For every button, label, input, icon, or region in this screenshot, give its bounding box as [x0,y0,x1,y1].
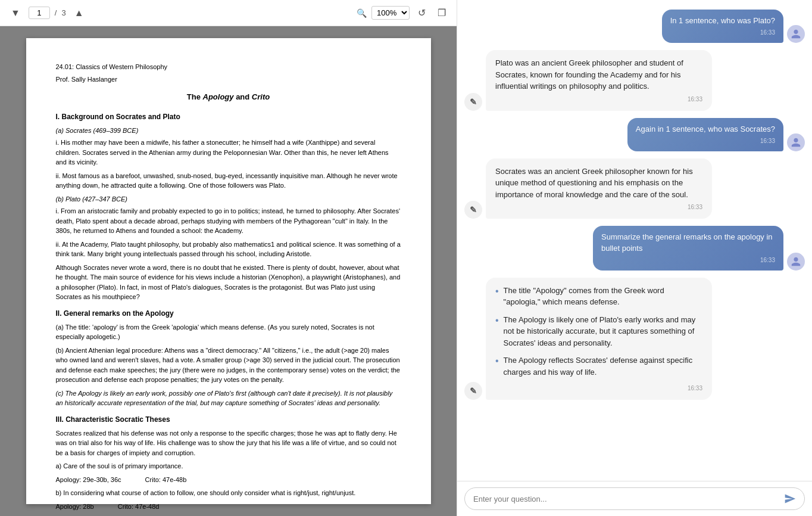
message-3-text: Again in 1 sentence, who was Socrates? [636,125,775,133]
section2: II. General remarks on the Apology (a) T… [56,308,401,408]
page-separator: / [55,8,57,17]
section3b-ref2: Crito: 47e-48d [118,502,160,512]
send-button[interactable] [779,493,796,505]
total-pages: 3 [61,8,65,17]
section1a-ii: ii. Most famous as a barefoot, unwashed,… [56,171,401,191]
chat-panel: In 1 sentence, who was Plato? 16:33 ✎ Pl… [457,0,812,516]
message-2-bubble: Plato was an ancient Greek philosopher a… [486,50,712,111]
next-page-button[interactable]: ▲ [71,7,88,20]
message-4-ai: ✎ Socrates was an ancient Greek philosop… [464,158,805,219]
section3a-ref1: Apology: 29e-30b, 36c [56,475,121,485]
message-5-user: Summarize the general remarks on the apo… [464,226,805,270]
section1-heading: I. Background on Socrates and Plato [56,111,401,122]
message-6-bubble: The title "Apology" comes from the Greek… [486,278,712,400]
pdf-content-area[interactable]: 24.01: Classics of Western Philosophy Pr… [0,26,457,516]
message-1-bubble: In 1 sentence, who was Plato? 16:33 [662,10,783,43]
user-avatar-3 [787,133,805,151]
section2b-text: (b) Ancient Athenian legal procedure: At… [56,346,401,385]
section1a-heading: (a) Socrates (469–399 BCE) [56,126,401,136]
user-icon-3 [791,137,801,148]
zoom-select[interactable]: 100% 75% 125% 150% [371,6,410,20]
ai-logo-2: ✎ [464,93,482,111]
pdf-page: 24.01: Classics of Western Philosophy Pr… [26,38,431,504]
section3a-text: a) Care of the soul is of primary import… [56,461,401,471]
message-3-bubble: Again in 1 sentence, who was Socrates? 1… [627,118,783,151]
message-6-ai: ✎ The title "Apology" comes from the Gre… [464,278,805,400]
bullet-list: The title "Apology" comes from the Greek… [495,285,702,378]
message-2-ai: ✎ Plato was an ancient Greek philosopher… [464,50,805,111]
send-icon [784,493,796,505]
section3b-ref1: Apology: 28b [56,502,94,512]
chat-messages-area[interactable]: In 1 sentence, who was Plato? 16:33 ✎ Pl… [457,0,812,481]
user-icon-1 [791,29,801,39]
section3: III. Characteristic Socratic Theses Socr… [56,414,401,512]
message-5-bubble: Summarize the general remarks on the apo… [593,226,783,270]
refresh-button[interactable]: ↺ [414,6,429,20]
section1b-ii: ii. At the Academy, Plato taught philoso… [56,240,401,259]
chat-input-container [464,487,805,510]
section3b-text: b) In considering what course of action … [56,488,401,498]
chat-input-area [457,481,812,516]
pdf-toolbar: ▼ 1 / 3 ▲ 🔍 100% 75% 125% 150% ↺ ❐ [0,0,457,26]
section1b-heading: (b) Plato (427–347 BCE) [56,194,401,204]
message-3-time: 16:33 [636,137,775,145]
section2a-text: (a) The title: 'apology' is from the Gre… [56,322,401,342]
pdf-panel: ▼ 1 / 3 ▲ 🔍 100% 75% 125% 150% ↺ ❐ 24.01… [0,0,457,516]
section2-heading: II. General remarks on the Apology [56,308,401,319]
message-6-time: 16:33 [495,384,702,393]
message-1-text: In 1 sentence, who was Plato? [670,16,775,25]
bullet-2: The Apology is likely one of Plato's ear… [495,314,702,349]
message-5-text: Summarize the general remarks on the apo… [601,232,773,252]
ai-logo-4: ✎ [464,201,482,219]
section3-heading: III. Characteristic Socratic Theses [56,414,401,425]
user-avatar-1 [787,25,805,43]
user-icon-5 [791,256,801,267]
bullet-1: The title "Apology" comes from the Greek… [495,285,702,308]
bullet-3: The Apology reflects Socrates' defense a… [495,355,702,378]
chat-input[interactable] [473,495,779,503]
message-4-time: 16:33 [495,203,702,212]
prev-page-button[interactable]: ▼ [7,7,24,20]
section3-paragraph: Socrates realized that his defense was n… [56,428,401,458]
ai-logo-6: ✎ [464,382,482,400]
message-2-time: 16:33 [495,95,702,104]
search-icon: 🔍 [357,8,367,18]
section1b-i: i. From an aristocratic family and proba… [56,206,401,236]
document-title: The Apology and Crito [56,91,401,103]
page-number-input[interactable]: 1 [29,7,50,19]
user-avatar-5 [787,253,805,271]
message-5-time: 16:33 [601,256,775,265]
section1a-i: i. His mother may have been a midwife, h… [56,138,401,167]
message-1-time: 16:33 [670,29,775,37]
message-2-text: Plato was an ancient Greek philosopher a… [495,58,683,91]
message-4-text: Socrates was an ancient Greek philosophe… [495,167,693,199]
section1-paragraph: Although Socrates never wrote a word, th… [56,263,401,302]
message-4-bubble: Socrates was an ancient Greek philosophe… [486,158,712,219]
message-1-user: In 1 sentence, who was Plato? 16:33 [464,10,805,43]
section3a-ref2: Crito: 47e-48b [145,475,187,485]
course-line2: Prof. Sally Haslanger [56,74,401,85]
section1: I. Background on Socrates and Plato (a) … [56,111,401,302]
section2c-text: (c) The Apology is likely an early work,… [56,388,401,408]
fullscreen-button[interactable]: ❐ [434,6,449,20]
course-line1: 24.01: Classics of Western Philosophy [56,62,401,72]
message-3-user: Again in 1 sentence, who was Socrates? 1… [464,118,805,151]
